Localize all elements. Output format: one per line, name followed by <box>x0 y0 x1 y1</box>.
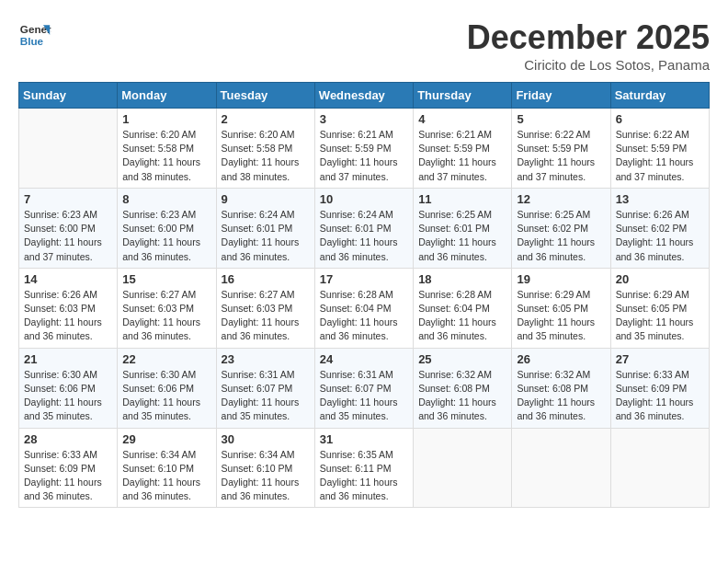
calendar-day-cell: 18Sunrise: 6:28 AM Sunset: 6:04 PM Dayli… <box>414 268 512 348</box>
calendar-day-cell <box>414 428 512 508</box>
day-info: Sunrise: 6:31 AM Sunset: 6:07 PM Dayligh… <box>320 368 408 424</box>
calendar-day-cell: 16Sunrise: 6:27 AM Sunset: 6:03 PM Dayli… <box>216 268 314 348</box>
day-of-week-header: Thursday <box>414 83 512 109</box>
day-number: 14 <box>24 272 112 286</box>
calendar-week-row: 1Sunrise: 6:20 AM Sunset: 5:58 PM Daylig… <box>19 109 710 189</box>
day-info: Sunrise: 6:24 AM Sunset: 6:01 PM Dayligh… <box>222 208 310 264</box>
calendar-day-cell: 13Sunrise: 6:26 AM Sunset: 6:02 PM Dayli… <box>610 188 709 268</box>
day-info: Sunrise: 6:29 AM Sunset: 6:05 PM Dayligh… <box>616 288 704 344</box>
day-number: 18 <box>418 272 506 286</box>
day-number: 2 <box>222 112 310 126</box>
day-number: 20 <box>616 272 704 286</box>
calendar-day-cell: 15Sunrise: 6:27 AM Sunset: 6:03 PM Dayli… <box>118 268 216 348</box>
day-number: 1 <box>122 112 210 126</box>
calendar-day-cell: 2Sunrise: 6:20 AM Sunset: 5:58 PM Daylig… <box>216 109 314 189</box>
calendar-day-cell: 4Sunrise: 6:21 AM Sunset: 5:59 PM Daylig… <box>414 109 512 189</box>
day-info: Sunrise: 6:32 AM Sunset: 6:08 PM Dayligh… <box>517 368 605 424</box>
day-number: 6 <box>616 112 704 126</box>
day-info: Sunrise: 6:23 AM Sunset: 6:00 PM Dayligh… <box>24 208 112 264</box>
day-info: Sunrise: 6:30 AM Sunset: 6:06 PM Dayligh… <box>122 368 210 424</box>
day-number: 7 <box>24 192 112 206</box>
calendar-week-row: 7Sunrise: 6:23 AM Sunset: 6:00 PM Daylig… <box>19 188 710 268</box>
calendar-day-cell: 27Sunrise: 6:33 AM Sunset: 6:09 PM Dayli… <box>610 348 709 428</box>
day-number: 8 <box>122 192 210 206</box>
day-number: 22 <box>122 352 210 366</box>
calendar-day-cell: 10Sunrise: 6:24 AM Sunset: 6:01 PM Dayli… <box>314 188 413 268</box>
calendar-day-cell: 12Sunrise: 6:25 AM Sunset: 6:02 PM Dayli… <box>512 188 610 268</box>
calendar-day-cell: 22Sunrise: 6:30 AM Sunset: 6:06 PM Dayli… <box>118 348 216 428</box>
day-number: 31 <box>320 432 408 446</box>
day-info: Sunrise: 6:26 AM Sunset: 6:02 PM Dayligh… <box>616 208 704 264</box>
calendar-day-cell: 11Sunrise: 6:25 AM Sunset: 6:01 PM Dayli… <box>414 188 512 268</box>
calendar-day-cell: 5Sunrise: 6:22 AM Sunset: 5:59 PM Daylig… <box>512 109 610 189</box>
calendar-day-cell: 1Sunrise: 6:20 AM Sunset: 5:58 PM Daylig… <box>118 109 216 189</box>
day-number: 5 <box>517 112 605 126</box>
location: Ciricito de Los Sotos, Panama <box>467 57 710 73</box>
day-number: 9 <box>222 192 310 206</box>
day-info: Sunrise: 6:21 AM Sunset: 5:59 PM Dayligh… <box>320 128 408 184</box>
calendar-day-cell: 8Sunrise: 6:23 AM Sunset: 6:00 PM Daylig… <box>118 188 216 268</box>
day-info: Sunrise: 6:23 AM Sunset: 6:00 PM Dayligh… <box>122 208 210 264</box>
day-info: Sunrise: 6:25 AM Sunset: 6:02 PM Dayligh… <box>517 208 605 264</box>
day-info: Sunrise: 6:21 AM Sunset: 5:59 PM Dayligh… <box>418 128 506 184</box>
day-number: 15 <box>122 272 210 286</box>
title-block: December 2025 Ciricito de Los Sotos, Pan… <box>467 18 710 73</box>
calendar-day-cell: 23Sunrise: 6:31 AM Sunset: 6:07 PM Dayli… <box>216 348 314 428</box>
day-number: 12 <box>517 192 605 206</box>
calendar-day-cell: 30Sunrise: 6:34 AM Sunset: 6:10 PM Dayli… <box>216 428 314 508</box>
day-info: Sunrise: 6:35 AM Sunset: 6:11 PM Dayligh… <box>320 448 408 504</box>
calendar-day-cell: 29Sunrise: 6:34 AM Sunset: 6:10 PM Dayli… <box>118 428 216 508</box>
day-info: Sunrise: 6:24 AM Sunset: 6:01 PM Dayligh… <box>320 208 408 264</box>
calendar-day-cell: 14Sunrise: 6:26 AM Sunset: 6:03 PM Dayli… <box>19 268 118 348</box>
day-number: 10 <box>320 192 408 206</box>
day-info: Sunrise: 6:22 AM Sunset: 5:59 PM Dayligh… <box>517 128 605 184</box>
day-info: Sunrise: 6:32 AM Sunset: 6:08 PM Dayligh… <box>418 368 506 424</box>
day-number: 23 <box>222 352 310 366</box>
day-info: Sunrise: 6:27 AM Sunset: 6:03 PM Dayligh… <box>122 288 210 344</box>
calendar-day-cell: 25Sunrise: 6:32 AM Sunset: 6:08 PM Dayli… <box>414 348 512 428</box>
day-number: 3 <box>320 112 408 126</box>
day-number: 4 <box>418 112 506 126</box>
day-info: Sunrise: 6:33 AM Sunset: 6:09 PM Dayligh… <box>616 368 704 424</box>
day-of-week-header: Monday <box>118 83 216 109</box>
calendar-day-cell: 7Sunrise: 6:23 AM Sunset: 6:00 PM Daylig… <box>19 188 118 268</box>
day-number: 24 <box>320 352 408 366</box>
day-info: Sunrise: 6:29 AM Sunset: 6:05 PM Dayligh… <box>517 288 605 344</box>
day-number: 26 <box>517 352 605 366</box>
day-info: Sunrise: 6:28 AM Sunset: 6:04 PM Dayligh… <box>320 288 408 344</box>
day-info: Sunrise: 6:28 AM Sunset: 6:04 PM Dayligh… <box>418 288 506 344</box>
day-info: Sunrise: 6:20 AM Sunset: 5:58 PM Dayligh… <box>222 128 310 184</box>
calendar-table: SundayMondayTuesdayWednesdayThursdayFrid… <box>18 82 710 508</box>
calendar-day-cell: 20Sunrise: 6:29 AM Sunset: 6:05 PM Dayli… <box>610 268 709 348</box>
day-number: 25 <box>418 352 506 366</box>
day-number: 16 <box>222 272 310 286</box>
calendar-day-cell: 21Sunrise: 6:30 AM Sunset: 6:06 PM Dayli… <box>19 348 118 428</box>
day-number: 11 <box>418 192 506 206</box>
day-of-week-header: Wednesday <box>314 83 413 109</box>
day-of-week-header: Saturday <box>610 83 709 109</box>
calendar-day-cell: 28Sunrise: 6:33 AM Sunset: 6:09 PM Dayli… <box>19 428 118 508</box>
day-info: Sunrise: 6:34 AM Sunset: 6:10 PM Dayligh… <box>122 448 210 504</box>
logo-icon: General Blue <box>18 18 51 52</box>
page-header: General Blue December 2025 Ciricito de L… <box>18 18 710 73</box>
day-info: Sunrise: 6:26 AM Sunset: 6:03 PM Dayligh… <box>24 288 112 344</box>
logo: General Blue <box>18 18 51 52</box>
day-info: Sunrise: 6:31 AM Sunset: 6:07 PM Dayligh… <box>222 368 310 424</box>
day-number: 27 <box>616 352 704 366</box>
day-number: 21 <box>24 352 112 366</box>
day-number: 19 <box>517 272 605 286</box>
calendar-day-cell: 9Sunrise: 6:24 AM Sunset: 6:01 PM Daylig… <box>216 188 314 268</box>
calendar-day-cell: 24Sunrise: 6:31 AM Sunset: 6:07 PM Dayli… <box>314 348 413 428</box>
svg-text:Blue: Blue <box>20 35 44 47</box>
calendar-week-row: 21Sunrise: 6:30 AM Sunset: 6:06 PM Dayli… <box>19 348 710 428</box>
calendar-header-row: SundayMondayTuesdayWednesdayThursdayFrid… <box>19 83 710 109</box>
calendar-day-cell: 6Sunrise: 6:22 AM Sunset: 5:59 PM Daylig… <box>610 109 709 189</box>
calendar-day-cell <box>512 428 610 508</box>
day-number: 28 <box>24 432 112 446</box>
day-of-week-header: Tuesday <box>216 83 314 109</box>
day-info: Sunrise: 6:27 AM Sunset: 6:03 PM Dayligh… <box>222 288 310 344</box>
calendar-day-cell: 26Sunrise: 6:32 AM Sunset: 6:08 PM Dayli… <box>512 348 610 428</box>
calendar-day-cell: 17Sunrise: 6:28 AM Sunset: 6:04 PM Dayli… <box>314 268 413 348</box>
day-info: Sunrise: 6:20 AM Sunset: 5:58 PM Dayligh… <box>122 128 210 184</box>
calendar-week-row: 14Sunrise: 6:26 AM Sunset: 6:03 PM Dayli… <box>19 268 710 348</box>
